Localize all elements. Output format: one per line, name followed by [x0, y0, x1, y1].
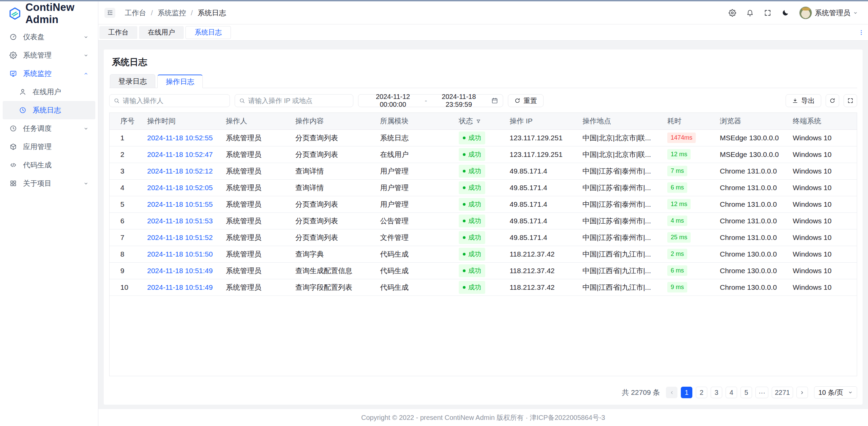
pagination-prev-button[interactable]: [666, 387, 677, 398]
breadcrumb: 工作台 / 系统监控 / 系统日志: [125, 8, 226, 18]
tab-login-log[interactable]: 登录日志: [110, 74, 155, 88]
cell-index: 1: [110, 129, 142, 146]
sidebar-item-online-user[interactable]: 在线用户: [3, 83, 95, 101]
column-header: 序号: [110, 113, 142, 129]
main-column: 工作台 / 系统监控 / 系统日志 系统管理员 工作台在线用户系统日志: [98, 1, 868, 426]
cell-os: Windows 10: [787, 163, 857, 179]
cell-operator: 系统管理员: [220, 246, 290, 262]
time-link[interactable]: 2024-11-18 10:51:49: [147, 283, 213, 291]
topbar: 工作台 / 系统监控 / 系统日志 系统管理员: [98, 1, 868, 24]
time-link[interactable]: 2024-11-18 10:51:52: [147, 234, 213, 241]
time-link[interactable]: 2024-11-18 10:52:55: [147, 134, 213, 142]
pagination-page-2[interactable]: 2: [696, 387, 707, 398]
cell-ip: 118.212.37.42: [504, 246, 577, 262]
time-link[interactable]: 2024-11-18 10:52:05: [147, 184, 213, 191]
open-tabs-bar: 工作台在线用户系统日志: [98, 24, 868, 41]
time-link[interactable]: 2024-11-18 10:51:55: [147, 200, 213, 208]
sidebar-item-label: 关于项目: [23, 179, 83, 188]
ip-search-input[interactable]: [248, 97, 349, 105]
date-end-value[interactable]: 2024-11-18 23:59:59: [429, 93, 489, 108]
search-icon: [114, 98, 120, 104]
cell-operator: 系统管理员: [220, 163, 290, 179]
fullscreen-icon[interactable]: [764, 9, 771, 17]
cell-duration: 2 ms: [662, 246, 714, 262]
sidebar-item-task-schedule[interactable]: 任务调度: [3, 119, 95, 138]
cell-time: 2024-11-18 10:51:49: [142, 279, 220, 296]
open-tab-在线用户[interactable]: 在线用户: [139, 26, 184, 39]
open-tab-系统日志[interactable]: 系统日志: [185, 26, 231, 39]
chevron-down-icon: [848, 390, 853, 395]
cell-module: 代码生成: [375, 246, 453, 262]
time-link[interactable]: 2024-11-18 10:52:47: [147, 150, 213, 158]
log-type-tabs: 登录日志 操作日志: [109, 74, 857, 88]
open-tab-工作台[interactable]: 工作台: [99, 26, 137, 39]
fullscreen-table-button[interactable]: [844, 94, 857, 107]
pagination-next-button[interactable]: [796, 387, 808, 398]
user-menu-trigger[interactable]: 系统管理员: [799, 6, 858, 19]
time-link[interactable]: 2024-11-18 10:51:49: [147, 267, 213, 275]
pagination-ellipsis[interactable]: ···: [755, 387, 768, 398]
sidebar-collapse-button[interactable]: [104, 8, 115, 18]
cell-ip: 49.85.171.4: [504, 229, 577, 246]
cell-time: 2024-11-18 10:52:12: [142, 163, 220, 179]
tab-operation-log[interactable]: 操作日志: [157, 75, 203, 88]
chevron-down-icon: [853, 11, 858, 15]
refresh-icon: [829, 98, 835, 104]
cell-os: Windows 10: [787, 179, 857, 196]
time-link[interactable]: 2024-11-18 10:51:53: [147, 217, 213, 225]
tabs-more-icon[interactable]: [858, 29, 865, 36]
cell-status: 成功: [453, 212, 504, 229]
sidebar-item-app-management[interactable]: 应用管理: [3, 138, 95, 156]
status-badge: 成功: [459, 148, 485, 161]
time-link[interactable]: 2024-11-18 10:51:50: [147, 250, 213, 258]
user-name: 系统管理员: [815, 8, 850, 18]
operator-search-input[interactable]: [123, 97, 225, 105]
refresh-icon: [514, 98, 520, 104]
sidebar-item-code-generation[interactable]: 代码生成: [3, 156, 95, 174]
notification-bell-icon[interactable]: [746, 9, 754, 17]
date-start-value[interactable]: 2024-11-12 00:00:00: [363, 93, 423, 108]
sidebar-item-system-monitor[interactable]: 系统监控: [3, 64, 95, 83]
filter-funnel-icon[interactable]: [476, 119, 481, 124]
breadcrumb-item[interactable]: 系统监控: [158, 8, 186, 18]
cell-location: 中国|江西省|九江市|...: [577, 262, 662, 279]
page-size-select[interactable]: 10 条/页: [814, 386, 857, 399]
gear-icon: [9, 52, 17, 59]
cell-browser: Chrome 131.0.0.0: [714, 163, 787, 179]
breadcrumb-item[interactable]: 工作台: [125, 8, 146, 18]
table-row: 22024-11-18 10:52:47系统管理员分页查询列表在线用户成功123…: [110, 146, 857, 163]
sidebar-item-system-log[interactable]: 系统日志: [3, 101, 95, 119]
refresh-table-button[interactable]: [826, 94, 839, 107]
sidebar-item-system-management[interactable]: 系统管理: [3, 46, 95, 64]
sidebar-item-dashboard[interactable]: 仪表盘: [3, 28, 95, 46]
export-button[interactable]: 导出: [786, 94, 821, 107]
pagination-page-4[interactable]: 4: [726, 387, 737, 398]
user-avatar[interactable]: [799, 6, 812, 19]
chevron-right-icon: [800, 390, 805, 395]
expand-icon: [847, 98, 853, 104]
status-dot-icon: [463, 170, 466, 173]
column-header: 操作内容: [290, 113, 375, 129]
app-logo[interactable]: ContiNew Admin: [0, 1, 98, 26]
ip-search-field[interactable]: [235, 94, 353, 107]
pagination-page-2271[interactable]: 2271: [772, 387, 793, 398]
pagination-page-5[interactable]: 5: [741, 387, 752, 398]
dark-mode-moon-icon[interactable]: [782, 9, 789, 17]
sidebar-menu: 仪表盘系统管理系统监控在线用户系统日志任务调度应用管理代码生成关于项目: [0, 26, 98, 192]
copyright-text: Copyright © 2022 - present ContiNew Admi…: [361, 413, 605, 422]
pagination-page-1[interactable]: 1: [681, 387, 692, 398]
time-link[interactable]: 2024-11-18 10:52:12: [147, 167, 213, 175]
user-icon: [19, 88, 26, 96]
pagination-page-3[interactable]: 3: [711, 387, 722, 398]
status-badge: 成功: [459, 231, 485, 244]
status-badge: 成功: [459, 198, 485, 211]
sidebar-item-about-project[interactable]: 关于项目: [3, 174, 95, 192]
cell-index: 8: [110, 246, 142, 262]
operator-search-field[interactable]: [109, 94, 230, 107]
status-dot-icon: [463, 186, 466, 189]
settings-icon[interactable]: [729, 9, 736, 17]
duration-badge: 12 ms: [667, 199, 691, 209]
reset-button[interactable]: 重置: [508, 94, 544, 107]
date-range-picker[interactable]: 2024-11-12 00:00:00 - 2024-11-18 23:59:5…: [358, 94, 503, 107]
cell-ip: 118.212.37.42: [504, 262, 577, 279]
